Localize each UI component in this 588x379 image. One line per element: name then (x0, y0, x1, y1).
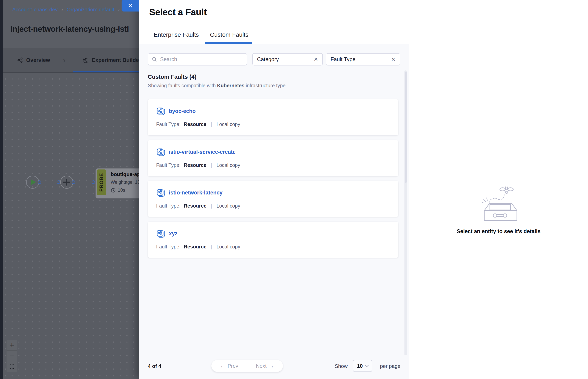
clear-filter-icon[interactable]: ✕ (314, 56, 318, 63)
probe-badge: PROBE (97, 170, 106, 195)
empty-box-illustration (477, 183, 521, 223)
connector-line (41, 182, 57, 182)
fault-icon (156, 229, 166, 238)
page-range-label: 4 of 4 (148, 363, 161, 369)
zoom-in-button[interactable]: + (7, 340, 17, 351)
fault-name-link[interactable]: istio-network-latency (169, 190, 222, 196)
filter-category[interactable]: Category ✕ (252, 53, 323, 65)
add-step-button[interactable] (60, 176, 73, 189)
filter-fault-type[interactable]: Fault Type ✕ (326, 53, 400, 65)
active-tab-underline (205, 42, 252, 44)
page-size-value: 10 (357, 363, 363, 369)
connector-endpoint (92, 180, 95, 184)
search-field (148, 53, 247, 65)
list-subtitle: Showing faults compatible with Kubernete… (148, 83, 287, 89)
fault-card[interactable]: istio-virtual-service-create Fault Type:… (148, 140, 398, 176)
scrollbar-thumb[interactable] (405, 72, 407, 183)
screen: Account: chaos-dev › Organization: defau… (0, 0, 588, 379)
canvas-zoom-controls: + − (7, 340, 17, 372)
zoom-out-button[interactable]: − (7, 351, 17, 361)
tab-overview-label: Overview (26, 57, 50, 63)
connector-endpoint (72, 180, 75, 184)
next-page-button[interactable]: Next → (247, 360, 283, 372)
fault-meta: Fault Type:Resource|Local copy (156, 121, 240, 127)
fault-meta: Fault Type:Resource|Local copy (156, 203, 240, 209)
breadcrumb-separator: › (61, 6, 63, 13)
fault-list-panel: Category ✕ Fault Type ✕ Custom Faults (4… (139, 44, 409, 379)
active-tab-underline (73, 71, 142, 72)
arrow-right-icon: → (269, 363, 274, 369)
clear-filter-icon[interactable]: ✕ (391, 56, 396, 63)
experiment-title: inject-network-latency-using-isti (10, 25, 140, 33)
fullscreen-button[interactable] (7, 361, 17, 372)
scrollbar-track[interactable] (404, 70, 407, 356)
fault-meta: Fault Type:Resource|Local copy (156, 162, 240, 168)
tab-experiment-builder[interactable]: Experiment Builder (82, 48, 141, 72)
arrow-left-icon: ← (220, 363, 225, 369)
left-nav-rail (0, 0, 3, 379)
show-label: Show (335, 363, 348, 369)
chevron-down-icon (365, 364, 369, 367)
fault-icon (156, 106, 166, 116)
drawer-title: Select a Fault (149, 7, 207, 17)
list-heading: Custom Faults (4) (148, 74, 197, 80)
per-page-label: per page (380, 363, 401, 369)
connector-endpoint (57, 180, 60, 184)
tab-enterprise-faults[interactable]: Enterprise Faults (154, 31, 199, 42)
prev-page-button[interactable]: ← Prev (211, 360, 247, 372)
fault-icon (156, 147, 166, 157)
overview-icon (17, 57, 23, 63)
fault-card[interactable]: byoc-echo Fault Type:Resource|Local copy (148, 99, 398, 135)
breadcrumb-organization[interactable]: Organization: default (67, 7, 114, 13)
node-duration: 10s (118, 188, 125, 193)
play-icon (31, 179, 36, 185)
node-weightage: Weightage: 10 (111, 180, 140, 185)
fault-name-link[interactable]: istio-virtual-service-create (169, 149, 235, 155)
empty-state-text: Select an entity to see it's details (457, 228, 540, 235)
fault-card[interactable]: istio-network-latency Fault Type:Resourc… (148, 181, 398, 217)
pager: ← Prev Next → (211, 360, 283, 372)
fault-name-link[interactable]: xyz (169, 231, 178, 237)
fault-icon (156, 188, 166, 197)
node-name: boutique-ap (111, 171, 140, 177)
tab-custom-faults[interactable]: Custom Faults (210, 31, 248, 42)
fault-card[interactable]: xyz Fault Type:Resource|Local copy (148, 222, 398, 258)
connector-line (75, 182, 90, 182)
search-input[interactable] (160, 56, 243, 63)
plus-icon (66, 179, 67, 186)
chevron-right-icon: › (63, 48, 66, 72)
tab-experiment-builder-label: Experiment Builder (92, 57, 141, 63)
tab-overview[interactable]: Overview (17, 48, 50, 72)
search-icon (152, 57, 157, 62)
close-icon: ✕ (128, 2, 133, 10)
close-button[interactable]: ✕ (122, 0, 139, 12)
experiment-builder-icon (82, 57, 89, 63)
pagination-bar: 4 of 4 ← Prev Next → Show 10 (139, 355, 409, 379)
filter-category-label: Category (257, 56, 279, 63)
page-size-select[interactable]: 10 (353, 360, 372, 372)
breadcrumb-separator: › (118, 6, 120, 13)
fault-name-link[interactable]: byoc-echo (169, 108, 196, 114)
pipeline-start-node[interactable] (26, 176, 39, 189)
fault-meta: Fault Type:Resource|Local copy (156, 244, 240, 250)
clock-icon (111, 188, 116, 193)
select-fault-drawer: ✕ Select a Fault Enterprise Faults Custo… (139, 0, 588, 379)
filter-fault-type-label: Fault Type (331, 56, 355, 63)
breadcrumb: Account: chaos-dev › Organization: defau… (12, 6, 127, 13)
connector-endpoint (38, 180, 41, 184)
breadcrumb-account[interactable]: Account: chaos-dev (12, 7, 58, 13)
fault-details-panel: Select an entity to see it's details (409, 44, 588, 379)
